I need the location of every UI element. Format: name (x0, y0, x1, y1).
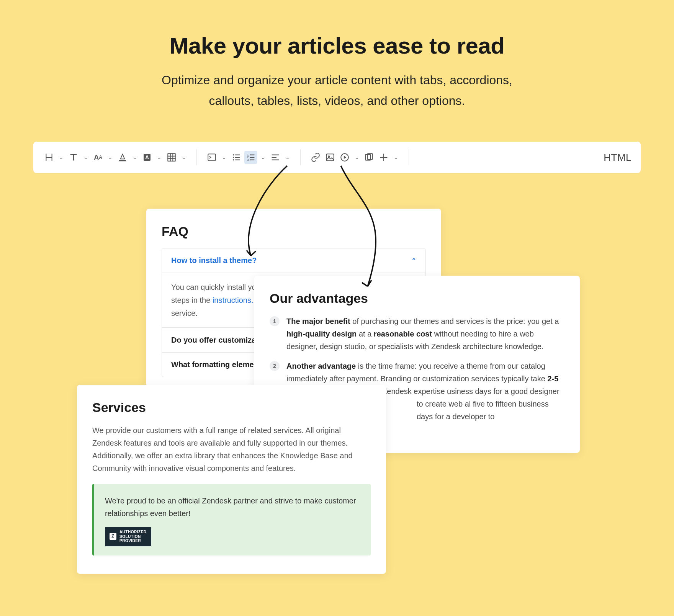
svg-point-5 (233, 157, 234, 158)
callout-text: We're proud to be an official Zendesk pa… (105, 495, 360, 520)
table-icon[interactable] (165, 151, 178, 164)
svg-point-11 (328, 156, 329, 157)
chevron-down-icon[interactable]: ⌄ (155, 151, 164, 164)
callout-box: We're proud to be an official Zendesk pa… (92, 484, 371, 556)
svg-rect-10 (326, 154, 334, 160)
html-mode-button[interactable]: HTML (604, 152, 631, 163)
toolbar-separator (409, 149, 409, 165)
accordion-question: What formatting elemen (171, 360, 258, 369)
chevron-down-icon[interactable]: ⌄ (392, 151, 400, 164)
zendesk-logo-icon: Z (110, 533, 116, 540)
accordion-item-header[interactable]: How to install a theme? ⌃ (162, 248, 425, 273)
badge-text: AUTHORIZED SOLUTION PROVIDER (119, 530, 147, 543)
chevron-down-icon[interactable]: ⌄ (353, 151, 361, 164)
highlight-icon[interactable]: A (141, 151, 154, 164)
chevron-down-icon[interactable]: ⌄ (259, 151, 267, 164)
chevron-down-icon[interactable]: ⌄ (220, 151, 228, 164)
bullet-list-icon[interactable] (230, 151, 243, 164)
video-icon[interactable] (338, 151, 351, 164)
svg-text:3: 3 (247, 158, 249, 162)
accordion-text: service. (171, 309, 198, 317)
font-color-icon[interactable] (116, 151, 129, 164)
list-text: The major benefit of purchasing our them… (286, 315, 564, 353)
link-icon[interactable] (309, 151, 322, 164)
page-subtitle: Optimize and organize your article conte… (146, 70, 528, 111)
layout-icon[interactable] (363, 151, 376, 164)
editor-toolbar: ⌄ ⌄ AA ⌄ ⌄ A ⌄ ⌄ ⌄ 123 ⌄ ⌄ ⌄ ⌄ HTML (33, 142, 641, 173)
hero-section: Make your articles ease to read Optimize… (0, 0, 674, 111)
partner-badge: Z AUTHORIZED SOLUTION PROVIDER (105, 527, 151, 546)
chevron-down-icon[interactable]: ⌄ (131, 151, 139, 164)
chevron-down-icon[interactable]: ⌄ (180, 151, 188, 164)
accordion-text: You can quickly install yo (171, 283, 256, 291)
services-title: Services (92, 400, 371, 415)
list-number: 1 (270, 316, 280, 326)
accordion-question: Do you offer customizat (171, 336, 258, 344)
faq-title: FAQ (162, 224, 426, 239)
chevron-down-icon[interactable]: ⌄ (283, 151, 292, 164)
toolbar-separator (196, 149, 197, 165)
svg-point-4 (233, 154, 234, 155)
instructions-link[interactable]: instructions. (213, 296, 254, 304)
text-style-icon[interactable] (67, 151, 80, 164)
services-body: We provide our customers with a full ran… (92, 424, 371, 475)
align-icon[interactable] (269, 151, 282, 164)
accordion-text: steps in the (171, 296, 213, 304)
list-item: 1 The major benefit of purchasing our th… (270, 315, 564, 353)
chevron-up-icon: ⌃ (411, 257, 416, 264)
page-title: Make your articles ease to read (0, 33, 674, 59)
chevron-down-icon[interactable]: ⌄ (57, 151, 65, 164)
svg-point-6 (233, 159, 234, 160)
svg-text:A: A (145, 154, 149, 160)
code-block-icon[interactable] (205, 151, 218, 164)
svg-rect-3 (208, 154, 216, 160)
heading-icon[interactable] (43, 151, 56, 164)
toolbar-separator (300, 149, 301, 165)
accordion-question: How to install a theme? (171, 256, 257, 265)
plus-icon[interactable] (377, 151, 390, 164)
services-card: Services We provide our customers with a… (77, 385, 386, 574)
list-number: 2 (270, 361, 280, 371)
svg-rect-2 (168, 154, 175, 161)
chevron-down-icon[interactable]: ⌄ (106, 151, 115, 164)
advantages-title: Our advantages (270, 291, 564, 306)
chevron-down-icon[interactable]: ⌄ (82, 151, 90, 164)
font-size-icon[interactable]: AA (92, 151, 105, 164)
image-icon[interactable] (324, 151, 337, 164)
numbered-list-icon[interactable]: 123 (244, 151, 257, 164)
